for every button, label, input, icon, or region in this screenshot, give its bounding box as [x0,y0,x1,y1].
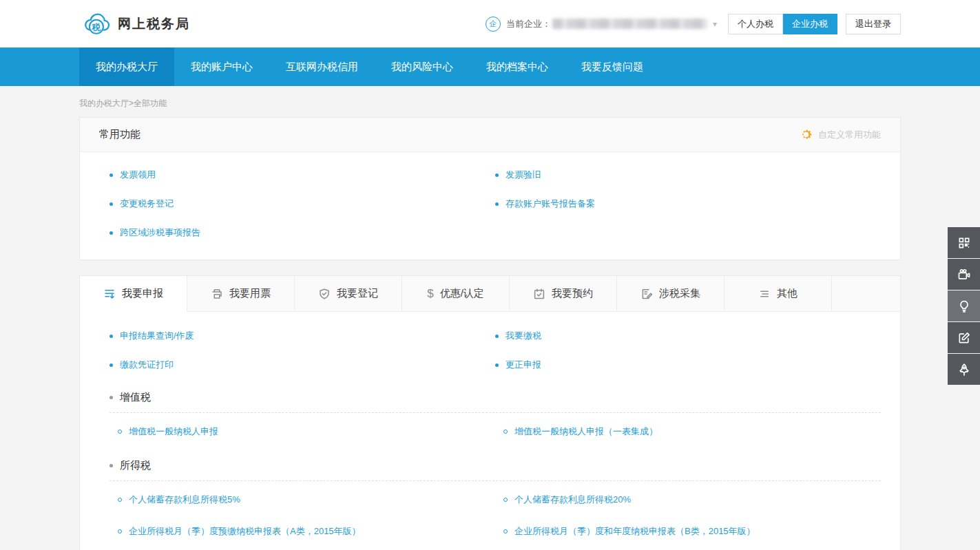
svg-text:税: 税 [92,22,101,32]
bullet-icon [110,335,113,338]
lightbulb-icon[interactable] [948,290,980,321]
qr-code-icon[interactable] [948,227,980,258]
breadcrumb: 我的办税大厅>全部功能 [79,86,901,117]
invoice-printer-icon [211,288,223,300]
tax-group-vat: 增值税 增值税一般纳税人申报 增值税一般纳税人申报（一表集成） [110,382,881,447]
collect-edit-icon [640,288,653,300]
link-invoice-verify[interactable]: 发票验旧 [505,169,541,181]
nav-item-credit[interactable]: 互联网办税信用 [269,47,375,86]
link-vat-general-declare[interactable]: 增值税一般纳税人申报 [129,425,218,438]
list-item: 增值税一般纳税人申报 [110,416,495,447]
link-correct-declare[interactable]: 更正申报 [505,359,541,371]
tab-label: 我要登记 [337,287,378,300]
customize-common-functions[interactable]: 自定义常用功能 [800,128,881,141]
tax-mode-switch: 个人办税 企业办税 [728,14,837,34]
ring-bullet-icon [118,529,122,533]
link-cross-region-report[interactable]: 跨区域涉税事项报告 [120,226,200,239]
tax-group-income: 所得税 个人储蓄存款利息所得税5% 企业所得税月（季）度预缴纳税申报表（A类，2… [110,450,881,547]
nav-item-feedback[interactable]: 我要反馈问题 [565,47,660,86]
tab-label: 我要预约 [552,287,593,300]
link-declare-result-query[interactable]: 申报结果查询/作废 [120,330,194,342]
logout-button[interactable]: 退出登录 [846,14,901,34]
ring-bullet-icon [503,430,508,434]
link-pay-tax[interactable]: 我要缴税 [505,330,541,342]
bullet-icon [110,464,113,467]
link-corp-income-tax-b[interactable]: 企业所得税月（季）度和年度纳税申报表（B类，2015年版） [514,525,755,538]
bullet-icon [110,396,113,399]
gear-icon [800,128,813,141]
main-nav: 我的办税大厅 我的账户中心 互联网办税信用 我的风险中心 我的档案中心 我要反馈… [0,47,980,86]
quick-links-right: 我要缴税 更正申报 [495,321,881,379]
quick-links-left: 申报结果查询/作废 缴款凭证打印 [110,321,495,379]
tab-label: 其他 [777,287,797,300]
bullet-icon [495,363,499,367]
link-savings-interest-tax-5[interactable]: 个人储蓄存款利息所得税5% [129,494,240,506]
list-item: 变更税务登记 [110,189,495,218]
link-invoice-receive[interactable]: 发票领用 [120,169,156,181]
list-item: 申报结果查询/作废 [110,321,495,350]
link-change-registration[interactable]: 变更税务登记 [120,198,174,210]
nav-item-risk-center[interactable]: 我的风险中心 [375,47,470,86]
list-item: 企业所得税月（季）度和年度纳税申报表（B类，2015年版） [495,516,881,547]
tab-other[interactable]: 其他 [724,276,832,312]
tab-appointment[interactable]: 我要预约 [510,276,617,312]
dollar-icon: $ [427,288,433,299]
bullet-icon [495,173,499,177]
nav-item-archive-center[interactable]: 我的档案中心 [470,47,565,86]
list-item: 跨区域涉税事项报告 [110,218,495,247]
tabbar: 我要申报 我要用票 我要登记 $ [80,276,900,312]
declare-icon [103,288,116,300]
video-camera-icon[interactable] [948,259,980,290]
tab-label: 优惠/认定 [440,287,484,300]
enterprise-tax-button[interactable]: 企业办税 [783,14,837,34]
list-item: 更正申报 [495,350,881,379]
current-company-label: 当前企业： [506,18,551,30]
chevron-down-icon[interactable]: ▾ [713,19,717,29]
link-corp-income-tax-a[interactable]: 企业所得税月（季）度预缴纳税申报表（A类，2015年版） [129,525,361,538]
list-item: 增值税一般纳税人申报（一表集成） [495,416,881,447]
list-item: 我要缴税 [495,321,881,350]
common-functions-panel: 常用功能 自定义常用功能 发票领用 变更税务登记 跨区域涉税事项报告 发票验旧 … [79,117,901,260]
list-item: 发票验旧 [495,160,881,189]
tax-cloud-logo-icon: 税 [79,10,111,38]
tab-register[interactable]: 我要登记 [295,276,402,312]
list-item: 个人储蓄存款利息所得税5% [110,484,495,516]
bullet-icon [110,173,113,177]
tab-discount[interactable]: $ 优惠/认定 [402,276,510,312]
header: 税 网上税务局 企 当前企业： ▾ 个人办税 企业办税 退出登录 [0,0,980,47]
link-vat-general-declare-integrated[interactable]: 增值税一般纳税人申报（一表集成） [514,425,658,438]
tabbar-filler [832,276,900,312]
list-item: 发票领用 [110,160,495,189]
tab-label: 我要用票 [229,287,271,300]
list-item: 企业所得税月（季）度预缴纳税申报表（A类，2015年版） [110,516,495,547]
bullet-icon [495,202,499,206]
bullet-icon [495,335,499,338]
rocket-icon[interactable] [948,354,980,385]
functions-tabs-panel: 我要申报 我要用票 我要登记 $ [79,275,901,550]
ring-bullet-icon [503,498,508,502]
tab-label: 涉税采集 [659,287,700,300]
nav-item-account-center[interactable]: 我的账户中心 [174,47,269,86]
site-title: 网上税务局 [118,15,190,33]
tab-invoice[interactable]: 我要用票 [187,276,295,312]
link-deposit-account-report[interactable]: 存款账户账号报告备案 [505,198,595,210]
register-shield-icon [318,288,331,300]
tab-label: 我要申报 [122,287,163,300]
personal-tax-button[interactable]: 个人办税 [728,14,783,34]
appointment-calendar-icon [533,288,545,300]
brand: 税 网上税务局 [79,10,190,38]
common-links-left: 发票领用 变更税务登记 跨区域涉税事项报告 [110,160,495,247]
list-item: 缴款凭证打印 [110,350,495,379]
group-title: 增值税 [120,391,151,404]
ring-bullet-icon [118,498,122,502]
customize-label: 自定义常用功能 [818,129,881,141]
link-savings-interest-tax-20[interactable]: 个人储蓄存款利息所得税20% [514,494,631,506]
edit-icon[interactable] [948,322,980,353]
common-functions-title: 常用功能 [99,128,140,141]
tab-collect[interactable]: 涉税采集 [617,276,724,312]
group-title: 所得税 [120,459,151,472]
tab-declare[interactable]: 我要申报 [80,276,187,312]
side-toolbar [948,227,980,385]
nav-item-tax-hall[interactable]: 我的办税大厅 [79,47,174,86]
link-payment-voucher-print[interactable]: 缴款凭证打印 [120,359,174,371]
